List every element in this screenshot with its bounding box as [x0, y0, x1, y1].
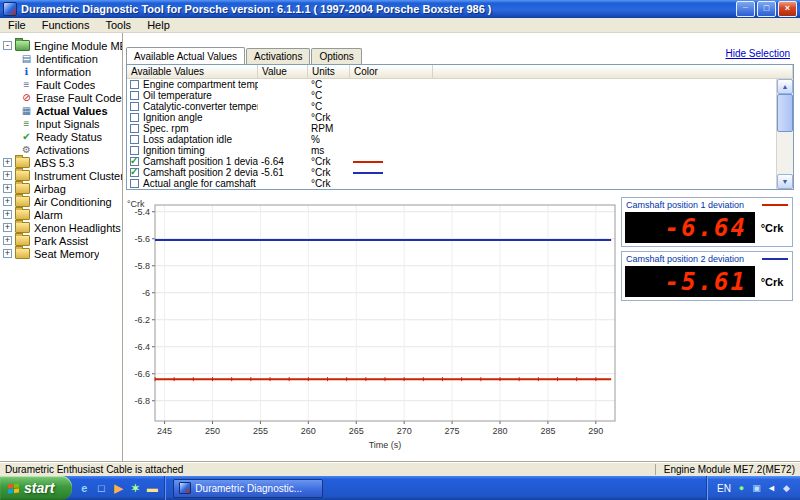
tree-expand-box[interactable]: + [3, 197, 12, 206]
svg-text:-5.6: -5.6 [134, 234, 150, 244]
svg-text:255: 255 [253, 426, 268, 436]
table-row[interactable]: Actual angle for camshaft bank 1°Crk [127, 178, 777, 189]
table-row[interactable]: Ignition timingms [127, 145, 777, 156]
tree-expand-box[interactable]: + [3, 249, 12, 258]
folder-icon[interactable]: ▬ [145, 481, 159, 495]
cell-color [350, 178, 433, 189]
tab-available-actual-values[interactable]: Available Actual Values [126, 47, 245, 64]
row-label: Ignition timing [143, 145, 205, 156]
tree-collapse-box[interactable]: - [3, 41, 12, 50]
svg-text:270: 270 [397, 426, 412, 436]
scroll-up-arrow[interactable] [777, 79, 793, 94]
durametric-app-icon [179, 482, 191, 494]
antivirus-icon[interactable]: ● [736, 483, 747, 494]
cell-available-value: Spec. rpm [127, 123, 258, 134]
internet-explorer-icon[interactable]: e [77, 481, 91, 495]
table-row[interactable]: Ignition angle°Crk [127, 112, 777, 123]
row-checkbox[interactable] [130, 91, 139, 100]
cell-value [258, 112, 308, 123]
table-row[interactable]: Camshaft position 1 deviation-6.64°Crk [127, 156, 777, 167]
show-desktop-icon[interactable]: □ [94, 481, 108, 495]
tree-expand-box[interactable]: + [3, 223, 12, 232]
live-value-readouts: Camshaft position 1 deviation-6.64°CrkCa… [621, 197, 793, 305]
column-header-available-values[interactable]: Available Values [127, 65, 258, 79]
sidebar-item-label: Fault Codes [36, 79, 95, 91]
table-row[interactable]: Oil temperature°C [127, 90, 777, 101]
sidebar-item-label: Alarm [34, 209, 63, 221]
close-button[interactable] [778, 1, 797, 17]
language-indicator[interactable]: EN [717, 483, 731, 494]
tab-activations[interactable]: Activations [246, 48, 310, 64]
sidebar-item-seat-memory[interactable]: +Seat Memory [0, 247, 122, 260]
menu-functions[interactable]: Functions [34, 18, 98, 33]
row-checkbox[interactable] [130, 146, 139, 155]
cell-color [350, 123, 433, 134]
activations-icon: ⚙ [20, 144, 33, 155]
sidebar-item-input-signals[interactable]: ≡Input Signals [0, 117, 122, 130]
sidebar-item-ready-status[interactable]: ✔Ready Status [0, 130, 122, 143]
hide-selection-link[interactable]: Hide Selection [726, 48, 790, 59]
tree-expand-box[interactable]: + [3, 184, 12, 193]
tree-expand-box[interactable]: + [3, 158, 12, 167]
sidebar-item-engine-module-me7-2[interactable]: -Engine Module ME7.2 [0, 39, 122, 52]
media-player-icon[interactable]: ▶ [111, 481, 125, 495]
svg-text:245: 245 [157, 426, 172, 436]
fault-codes-icon: ≡ [20, 79, 33, 90]
svg-text:265: 265 [349, 426, 364, 436]
scroll-down-arrow[interactable] [777, 174, 793, 189]
cell-filler [433, 123, 777, 134]
svg-text:290: 290 [588, 426, 603, 436]
menu-help[interactable]: Help [139, 18, 178, 33]
row-checkbox[interactable] [130, 135, 139, 144]
cell-available-value: Camshaft position 2 deviation [127, 167, 258, 178]
row-checkbox[interactable] [130, 179, 139, 188]
column-header-value[interactable]: Value [258, 65, 308, 79]
sidebar-item-actual-values[interactable]: ▦Actual Values [0, 104, 122, 117]
sidebar-item-identification[interactable]: ▤Identification [0, 52, 122, 65]
cell-color [350, 90, 433, 101]
tree-expand-box[interactable]: + [3, 171, 12, 180]
row-checkbox[interactable] [130, 113, 139, 122]
column-header-color[interactable]: Color [350, 65, 433, 79]
sidebar-item-label: Airbag [34, 183, 66, 195]
row-label: Engine compartment temperature [143, 79, 258, 90]
column-header-units[interactable]: Units [308, 65, 350, 79]
start-button[interactable]: start [0, 476, 72, 500]
tab-options[interactable]: Options [311, 48, 361, 64]
usb-device-icon[interactable]: ◆ [781, 483, 792, 494]
tree-expand-box[interactable]: + [3, 210, 12, 219]
application-window: Durametric Diagnostic Tool for Porsche v… [0, 0, 800, 500]
network-icon[interactable]: ▣ [751, 483, 762, 494]
row-checkbox[interactable] [130, 102, 139, 111]
menu-bar: FileFunctionsToolsHelp [0, 18, 800, 33]
row-checkbox[interactable] [130, 124, 139, 133]
windows-taskbar: start e□▶✶▬ Durametric Diagnostic... EN … [0, 476, 800, 500]
table-header-row: Available ValuesValueUnitsColor [127, 65, 793, 79]
minimize-button[interactable] [736, 1, 755, 17]
readout-panel-1: Camshaft position 1 deviation-6.64°Crk [621, 197, 793, 247]
sidebar-item-information[interactable]: ℹInformation [0, 65, 122, 78]
menu-tools[interactable]: Tools [97, 18, 139, 33]
vertical-scrollbar[interactable] [776, 79, 793, 189]
scroll-thumb[interactable] [777, 94, 793, 132]
chart-canvas: -5.4-5.6-5.8-6-6.2-6.4-6.6-6.82452502552… [125, 195, 625, 453]
maximize-button[interactable] [757, 1, 776, 17]
row-checkbox[interactable] [130, 80, 139, 89]
sidebar-item-erase-fault-codes[interactable]: ⊘Erase Fault Codes [0, 91, 122, 104]
time-series-chart: -5.4-5.6-5.8-6-6.2-6.4-6.6-6.82452502552… [125, 195, 625, 453]
table-row[interactable]: Engine compartment temperature°C [127, 79, 777, 90]
table-row[interactable]: Camshaft position 2 deviation-5.61°Crk [127, 167, 777, 178]
volume-icon[interactable]: ◄ [766, 483, 777, 494]
folder-icon [15, 222, 30, 233]
cell-filler [433, 112, 777, 123]
table-row[interactable]: Loss adaptation idle% [127, 134, 777, 145]
tree-expand-box[interactable]: + [3, 236, 12, 245]
table-row[interactable]: Catalytic-converter temperature°C [127, 101, 777, 112]
sidebar-item-fault-codes[interactable]: ≡Fault Codes [0, 78, 122, 91]
menu-file[interactable]: File [0, 18, 34, 33]
row-checkbox[interactable] [130, 168, 139, 177]
table-row[interactable]: Spec. rpmRPM [127, 123, 777, 134]
messenger-icon[interactable]: ✶ [128, 481, 142, 495]
row-checkbox[interactable] [130, 157, 139, 166]
taskbar-task-durametric[interactable]: Durametric Diagnostic... [173, 479, 323, 498]
